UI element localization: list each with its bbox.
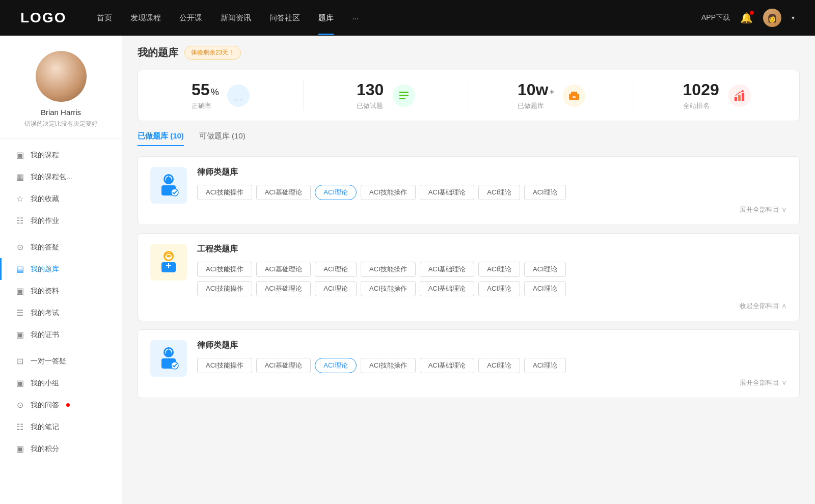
sidebar-item-question-bank[interactable]: ▤ 我的题库	[0, 258, 122, 280]
svg-rect-18	[167, 255, 171, 257]
tag-eng-11[interactable]: ACI基础理论	[420, 281, 475, 296]
sidebar-item-homework[interactable]: ☷ 我的作业	[0, 210, 122, 232]
sidebar-label-course-package: 我的课程包...	[31, 173, 72, 182]
sidebar-item-course-package[interactable]: ▦ 我的课程包...	[0, 166, 122, 188]
sidebar-label-materials: 我的资料	[31, 287, 59, 296]
sidebar-item-qa[interactable]: ⊙ 我的答疑	[0, 236, 122, 258]
tag-lawyer-1-1[interactable]: ACI基础理论	[256, 185, 311, 200]
sidebar-item-my-course[interactable]: ▣ 我的课程	[0, 144, 122, 166]
sidebar-profile: Brian Harris 错误的决定比没有决定要好	[0, 36, 122, 139]
notification-bell[interactable]: 🔔	[740, 12, 753, 24]
avatar-image: 👩	[763, 9, 781, 27]
bank-card-lawyer-2-content: 律师类题库 ACI技能操作 ACI基础理论 ACI理论 ACI技能操作 ACI基…	[197, 340, 787, 387]
collapse-engineer[interactable]: 收起全部科目 ∧	[197, 301, 787, 311]
nav-discover[interactable]: 发现课程	[130, 13, 161, 23]
tag-lawyer2-4[interactable]: ACI基础理论	[420, 358, 475, 373]
stat-rank: 1029 全站排名	[634, 80, 799, 110]
nav-question-bank[interactable]: 题库	[318, 13, 334, 23]
stat-rank-label: 全站排名	[683, 101, 720, 110]
expand-lawyer-2[interactable]: 展开全部科目 ∨	[197, 378, 787, 387]
tag-eng-13[interactable]: ACI理论	[524, 281, 566, 296]
navbar-right: APP下载 🔔 👩 ▾	[701, 9, 795, 27]
tab-available-banks[interactable]: 可做题库 (10)	[199, 131, 246, 146]
bank-icon-lawyer-2	[150, 340, 187, 377]
tag-eng-6[interactable]: ACI理论	[524, 262, 566, 277]
sidebar-label-one-on-one: 一对一答疑	[31, 357, 66, 366]
bank-tags-engineer-row1: ACI技能操作 ACI基础理论 ACI理论 ACI技能操作 ACI基础理论 AC…	[197, 262, 787, 277]
app-download-link[interactable]: APP下载	[701, 13, 730, 22]
tag-lawyer2-2[interactable]: ACI理论	[315, 358, 357, 373]
sidebar-item-notes[interactable]: ☷ 我的笔记	[0, 416, 122, 438]
tag-lawyer-1-3[interactable]: ACI技能操作	[361, 185, 416, 200]
tag-lawyer-1-0[interactable]: ACI技能操作	[197, 185, 252, 200]
tag-eng-8[interactable]: ACI基础理论	[256, 281, 311, 296]
sidebar-label-my-course: 我的课程	[31, 151, 59, 160]
materials-icon: ▣	[15, 286, 24, 296]
stat-rank-number: 1029	[683, 80, 720, 99]
tag-lawyer2-6[interactable]: ACI理论	[524, 358, 566, 373]
expand-lawyer-1[interactable]: 展开全部科目 ∨	[197, 205, 787, 214]
sidebar-label-favorites: 我的收藏	[31, 194, 59, 204]
tag-eng-3[interactable]: ACI技能操作	[361, 262, 416, 277]
stat-done-banks-text: 10w+ 已做题库	[518, 80, 555, 110]
tag-eng-2[interactable]: ACI理论	[315, 262, 357, 277]
user-avatar	[36, 51, 87, 102]
sidebar-divider-1	[0, 234, 122, 234]
nav-home[interactable]: 首页	[97, 13, 112, 23]
notification-dot	[750, 11, 754, 15]
sidebar-label-certificate: 我的证书	[31, 330, 59, 340]
navbar: LOGO 首页 发现课程 公开课 新闻资讯 问答社区 题库 ··· APP下载 …	[0, 0, 815, 36]
sidebar-motto: 错误的决定比没有决定要好	[24, 120, 98, 128]
sidebar-item-exam[interactable]: ☰ 我的考试	[0, 302, 122, 324]
tag-lawyer2-5[interactable]: ACI理论	[478, 358, 520, 373]
sidebar-item-my-qa[interactable]: ⊙ 我的问答	[0, 394, 122, 416]
sidebar-divider-2	[0, 348, 122, 348]
qb-title: 我的题库	[138, 46, 178, 60]
sidebar-item-group[interactable]: ▣ 我的小组	[0, 372, 122, 394]
stat-done-questions-number: 130	[357, 80, 385, 99]
questions-icon	[393, 85, 415, 107]
nav-news[interactable]: 新闻资讯	[221, 13, 251, 23]
svg-rect-4	[399, 98, 405, 99]
tag-eng-10[interactable]: ACI技能操作	[361, 281, 416, 296]
tag-eng-4[interactable]: ACI基础理论	[420, 262, 475, 277]
bank-card-lawyer-1-content: 律师类题库 ACI技能操作 ACI基础理论 ACI理论 ACI技能操作 ACI基…	[197, 167, 787, 214]
tag-eng-0[interactable]: ACI技能操作	[197, 262, 252, 277]
navbar-logo[interactable]: LOGO	[20, 10, 66, 26]
trial-badge: 体验剩余23天！	[184, 46, 241, 60]
tag-lawyer2-0[interactable]: ACI技能操作	[197, 358, 252, 373]
bank-tags-engineer-row2: ACI技能操作 ACI基础理论 ACI理论 ACI技能操作 ACI基础理论 AC…	[197, 281, 787, 296]
tag-eng-9[interactable]: ACI理论	[315, 281, 357, 296]
nav-qa[interactable]: 问答社区	[269, 13, 300, 23]
user-avatar-image	[36, 51, 87, 102]
tag-eng-12[interactable]: ACI理论	[478, 281, 520, 296]
stat-done-banks-label: 已做题库	[518, 101, 555, 110]
sidebar-item-materials[interactable]: ▣ 我的资料	[0, 280, 122, 302]
sidebar-item-certificate[interactable]: ▣ 我的证书	[0, 324, 122, 346]
question-bank-icon: ▤	[15, 264, 24, 274]
svg-rect-3	[399, 95, 409, 96]
tag-lawyer-1-5[interactable]: ACI理论	[478, 185, 520, 200]
tag-lawyer-1-4[interactable]: ACI基础理论	[420, 185, 475, 200]
tag-lawyer-1-6[interactable]: ACI理论	[524, 185, 566, 200]
bank-card-lawyer-1-title: 律师类题库	[197, 167, 787, 178]
sidebar-item-one-on-one[interactable]: ⊡ 一对一答疑	[0, 350, 122, 372]
sidebar-item-favorites[interactable]: ☆ 我的收藏	[0, 188, 122, 210]
sidebar-label-exam: 我的考试	[31, 309, 59, 318]
avatar-dropdown-caret[interactable]: ▾	[792, 14, 795, 21]
avatar[interactable]: 👩	[763, 9, 781, 27]
nav-more[interactable]: ···	[352, 14, 359, 22]
nav-open-course[interactable]: 公开课	[179, 13, 202, 23]
banks-icon	[563, 85, 585, 107]
homework-icon: ☷	[15, 216, 24, 226]
tag-eng-1[interactable]: ACI基础理论	[256, 262, 311, 277]
tag-lawyer2-1[interactable]: ACI基础理论	[256, 358, 311, 373]
tab-done-banks[interactable]: 已做题库 (10)	[138, 131, 184, 146]
bank-card-engineer-inner: 工程类题库 ACI技能操作 ACI基础理论 ACI理论 ACI技能操作 ACI基…	[150, 244, 787, 311]
tag-eng-5[interactable]: ACI理论	[478, 262, 520, 277]
tag-lawyer2-3[interactable]: ACI技能操作	[361, 358, 416, 373]
tag-eng-7[interactable]: ACI技能操作	[197, 281, 252, 296]
certificate-icon: ▣	[15, 330, 24, 340]
sidebar-item-points[interactable]: ▣ 我的积分	[0, 438, 122, 460]
tag-lawyer-1-2[interactable]: ACI理论	[315, 185, 357, 200]
